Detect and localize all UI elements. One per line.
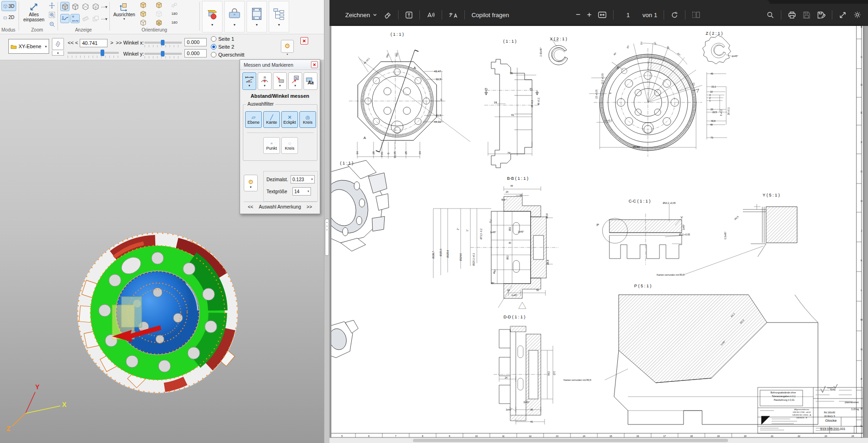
mode-3d-button[interactable]: 3D (1, 1, 16, 11)
toolbox-icon (228, 7, 241, 21)
save-as-button[interactable] (817, 11, 825, 19)
winkel-x-slider[interactable] (145, 42, 182, 44)
search-button[interactable] (767, 11, 774, 19)
fit-all-button[interactable]: Alleseinpassen (20, 1, 47, 27)
annotation-prev-button[interactable]: << (248, 204, 253, 209)
measure-point-plane-button[interactable]: ▾ (273, 72, 287, 90)
chevron-down-icon: ▾ (278, 23, 280, 27)
winkel-y-slider[interactable] (145, 53, 182, 55)
winkel-x-input[interactable] (184, 38, 207, 46)
radio-seite-1[interactable]: Seite 1 (211, 36, 234, 42)
annotation-next-button[interactable]: >> (307, 204, 312, 209)
draw-menu-button[interactable]: Zeichnen (345, 12, 377, 19)
display-shaded-button[interactable] (60, 2, 70, 11)
animation-cell[interactable]: ▾ (247, 1, 267, 32)
pdf-body[interactable] (329, 26, 868, 443)
measure-dialog-close-button[interactable]: ✕ (311, 61, 318, 68)
step-first-button[interactable]: << (68, 40, 74, 45)
zoom-out-button[interactable] (47, 19, 57, 29)
rotate-button[interactable] (671, 11, 678, 19)
position-input[interactable] (80, 39, 108, 47)
filter-kreis-button[interactable]: ◎Kreis (299, 111, 316, 128)
orient-rotate-button[interactable]: 180 (170, 19, 178, 27)
plane-tool-button[interactable] (52, 38, 64, 50)
page-view-button[interactable] (692, 11, 700, 19)
position-slider[interactable] (68, 52, 119, 54)
measure-dialog-titlebar[interactable]: Messen und Markieren ✕ (240, 60, 320, 70)
rotate-icon (671, 11, 678, 19)
filter-kreis2-button[interactable]: ◌Kreis (281, 137, 298, 154)
panel-close-button[interactable]: ✕ (300, 37, 308, 44)
cube-shaded-icon (62, 3, 69, 10)
save-button[interactable] (803, 11, 811, 19)
filter-kante-button[interactable]: ╱Kante (263, 111, 280, 128)
position-slider-thumb[interactable] (101, 50, 104, 56)
toolbox-cell[interactable]: ▾ (224, 1, 245, 32)
annotation-button[interactable]: N ▾ (288, 72, 302, 90)
zoom-in-button[interactable]: + (587, 10, 591, 19)
anzeige-more-button[interactable]: ⋯▾ (101, 17, 108, 21)
step-last-button[interactable]: >> (116, 40, 122, 45)
display-hidden-line-button[interactable] (81, 2, 90, 11)
display-wireframe-button[interactable] (91, 2, 100, 11)
structure-tree-cell[interactable]: ▾ (269, 1, 289, 32)
measure-distance-angle-button[interactable]: ▾ (242, 72, 256, 90)
mode-2d-button[interactable]: 2D (1, 12, 16, 22)
zoom-out-button[interactable]: − (576, 10, 580, 19)
pane-splitter[interactable] (324, 0, 329, 443)
print-button[interactable] (788, 11, 796, 19)
filter-eckpkt-button[interactable]: ✕Eckpkt (281, 111, 298, 128)
add-text-button[interactable] (405, 11, 413, 19)
fullscreen-button[interactable] (839, 11, 847, 19)
scrollbar-thumb[interactable] (413, 439, 728, 442)
settings-button[interactable] (853, 11, 862, 19)
svg-text:N: N (295, 76, 298, 80)
page-number-input[interactable] (620, 9, 636, 21)
layers-icon (92, 15, 99, 22)
measure-display-button[interactable] (70, 14, 80, 23)
group-separator (57, 2, 58, 31)
filter-ebene-button[interactable]: ▱Ebene (245, 111, 262, 128)
markup-tools-cell[interactable]: ▾ (202, 1, 222, 32)
fit-width-button[interactable] (598, 11, 607, 19)
pan-button[interactable] (47, 1, 57, 10)
orient-flip-button[interactable]: 180 (170, 10, 178, 18)
fit-all-label-1: Alles (29, 12, 39, 17)
ruler-button[interactable] (81, 14, 90, 23)
decimals-select[interactable]: 0.123▾ (291, 175, 315, 184)
text-style-button[interactable]: Aa (304, 72, 317, 90)
compare-button[interactable] (91, 14, 100, 23)
orient-view-button[interactable] (139, 1, 147, 9)
textsize-select[interactable]: 14▾ (292, 187, 311, 196)
display-more-button[interactable]: ⋯▾ (101, 5, 108, 9)
step-next-button[interactable]: > (110, 40, 113, 45)
measure-radius-button[interactable]: R ▾ (258, 72, 272, 90)
translate-button[interactable] (449, 11, 458, 19)
horizontal-scrollbar[interactable] (329, 438, 868, 443)
radio-seite-2[interactable]: Seite 2 (211, 44, 234, 50)
eraser-button[interactable] (384, 11, 392, 19)
section-settings-button[interactable]: ⚙▾ (281, 40, 294, 53)
measure-settings-button[interactable]: ⚙▾ (244, 175, 258, 191)
orient-view-button[interactable] (155, 1, 163, 9)
display-shaded-edges-button[interactable] (70, 2, 80, 11)
winkel-y-input[interactable] (184, 49, 207, 57)
read-aloud-button[interactable] (426, 11, 435, 19)
plane-tool-dropdown[interactable]: ▾ (52, 51, 64, 56)
orient-view-button[interactable] (139, 10, 147, 18)
align-button[interactable]: Ausrichten ▾ (111, 1, 137, 27)
filter-punkt-button[interactable]: ▫Punkt (263, 137, 280, 154)
radio-querschnitt[interactable]: Querschnitt (211, 52, 244, 57)
copilot-button[interactable]: Copilot fragen (471, 12, 509, 19)
orient-view-button[interactable] (155, 10, 163, 18)
step-prev-button[interactable]: < (75, 40, 78, 45)
splitter-handle[interactable] (325, 219, 329, 256)
chevron-down-icon: ▾ (256, 23, 258, 27)
zoom-window-button[interactable] (47, 10, 57, 19)
orient-link-button[interactable] (170, 1, 178, 9)
plane-select[interactable]: XY-Ebene ▾ (8, 39, 49, 54)
orient-view-button[interactable] (139, 19, 147, 27)
curves-display-button[interactable] (60, 14, 70, 23)
dotted-circle-icon: ◌ (288, 141, 291, 146)
orient-iso-button[interactable] (155, 19, 163, 27)
